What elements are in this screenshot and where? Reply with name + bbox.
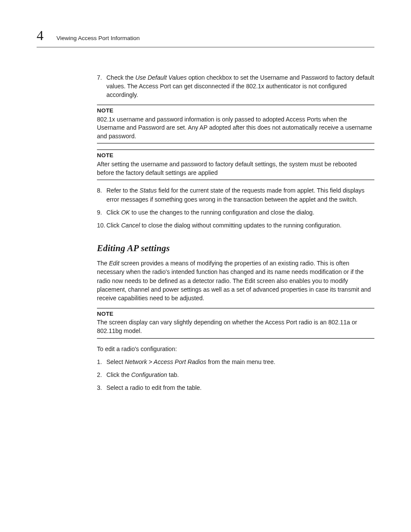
note-block-2: NOTE After setting the username and pass…	[97, 149, 374, 180]
step-body: Select a radio to edit from the table.	[106, 383, 374, 392]
text: to close the dialog without committing u…	[140, 222, 342, 229]
note-label: NOTE	[97, 152, 374, 160]
text: from the main menu tree.	[206, 358, 275, 365]
page-root: 4 Viewing Access Port Information 7. Che…	[0, 0, 411, 431]
text: Select	[106, 358, 125, 365]
text: Click	[106, 209, 121, 216]
note-label: NOTE	[97, 107, 374, 115]
steps-list-3: 1. Select Network > Access Port Radios f…	[97, 358, 374, 392]
text: tab.	[167, 371, 179, 378]
step-body: Select Network > Access Port Radios from…	[106, 358, 374, 366]
text: Click	[106, 222, 121, 229]
section-heading: Editing AP settings	[97, 242, 374, 255]
step-number: 2.	[97, 370, 106, 379]
header-title: Viewing Access Port Information	[56, 34, 140, 43]
text: screen provides a means of modifying the…	[97, 260, 371, 302]
steps-list-2: 8. Refer to the Status field for the cur…	[97, 186, 374, 230]
text: to use the changes to the running config…	[130, 209, 314, 216]
step-body: Click Cancel to close the dialog without…	[106, 221, 374, 230]
italic-text: OK	[121, 209, 130, 216]
italic-text: Configuration	[131, 371, 167, 378]
step-number: 1.	[97, 358, 106, 366]
step-body: Refer to the Status field for the curren…	[106, 186, 374, 204]
italic-text: Use Default Values	[135, 74, 187, 81]
step-number: 3.	[97, 383, 106, 392]
note-block-1: NOTE 802.1x username and password inform…	[97, 105, 374, 144]
step-number: 9.	[97, 208, 106, 217]
note-label: NOTE	[97, 310, 374, 318]
step-number: 7.	[97, 73, 106, 100]
italic-text: Cancel	[121, 222, 140, 229]
text: Check the	[106, 74, 135, 81]
list-item: 8. Refer to the Status field for the cur…	[97, 186, 374, 204]
step-body: Check the Use Default Values option chec…	[106, 73, 374, 100]
edit-intro: To edit a radio's configuration:	[97, 345, 374, 353]
note-text: The screen display can vary slightly dep…	[97, 318, 374, 335]
step-body: Click OK to use the changes to the runni…	[106, 208, 374, 217]
header-row: 4 Viewing Access Port Information	[37, 26, 374, 45]
italic-text: Network > Access Port Radios	[125, 358, 206, 365]
list-item: 10. Click Cancel to close the dialog wit…	[97, 221, 374, 230]
step-body: Click the Configuration tab.	[106, 370, 374, 379]
content-area: 7. Check the Use Default Values option c…	[97, 73, 374, 392]
steps-list-1: 7. Check the Use Default Values option c…	[97, 73, 374, 100]
list-item: 1. Select Network > Access Port Radios f…	[97, 358, 374, 366]
list-item: 3. Select a radio to edit from the table…	[97, 383, 374, 392]
section-intro: The Edit screen provides a means of modi…	[97, 259, 374, 302]
list-item: 2. Click the Configuration tab.	[97, 370, 374, 379]
text: Select a radio to edit from the table.	[106, 384, 202, 391]
page-header: 4 Viewing Access Port Information	[37, 26, 374, 47]
step-number: 10.	[97, 221, 106, 230]
note-block-3: NOTE The screen display can vary slightl…	[97, 308, 374, 339]
italic-text: Edit	[109, 260, 119, 267]
note-text: 802.1x username and password information…	[97, 115, 374, 141]
list-item: 7. Check the Use Default Values option c…	[97, 73, 374, 100]
list-item: 9. Click OK to use the changes to the ru…	[97, 208, 374, 217]
chapter-number: 4	[37, 26, 44, 45]
italic-text: Status	[140, 187, 157, 194]
note-text: After setting the username and password …	[97, 160, 374, 177]
text: Refer to the	[106, 187, 140, 194]
step-number: 8.	[97, 186, 106, 204]
text: The	[97, 260, 109, 267]
text: Click the	[106, 371, 131, 378]
